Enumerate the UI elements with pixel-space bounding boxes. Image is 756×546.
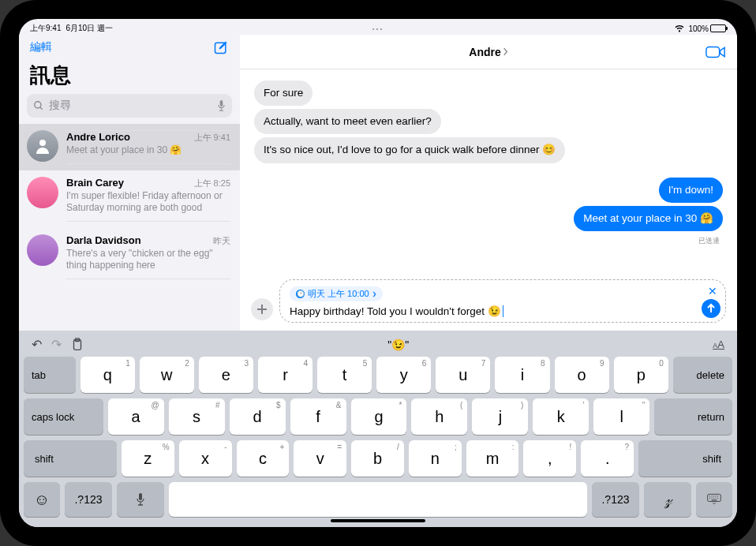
compose-input[interactable]: 🕐 明天 上午 10:00 ✕ Happy birthday! Told you… <box>279 279 726 323</box>
send-button[interactable] <box>702 299 720 318</box>
sidebar: 編輯 訊息 搜尋 <box>19 35 240 331</box>
key-x[interactable]: x- <box>179 440 232 477</box>
key-j[interactable]: j) <box>472 398 528 435</box>
svg-rect-7 <box>139 493 142 500</box>
screen: 上午9:41 6月10日 週一 ••• 100% 編輯 <box>19 19 737 527</box>
key-delete[interactable]: delete <box>673 357 732 393</box>
key-shift[interactable]: shift <box>638 440 732 477</box>
conversation-preview: Meet at your place in 30 🤗 <box>66 144 230 157</box>
cancel-schedule-button[interactable]: ✕ <box>708 285 717 297</box>
clock-icon: 🕐 <box>296 290 305 298</box>
keyboard-prediction[interactable]: "😉" <box>93 338 703 351</box>
wifi-icon <box>674 24 685 32</box>
keyboard: ↶ ↷ "😉" AA tab q1w2e3r4t5y6u7i8o9p0delet… <box>19 331 737 527</box>
message-bubble-received[interactable]: It's so nice out, I'd love to go for a q… <box>254 137 565 163</box>
key-p[interactable]: p0 <box>614 357 668 393</box>
schedule-pill[interactable]: 🕐 明天 上午 10:00 <box>290 286 383 301</box>
conversation-name: Andre Lorico <box>66 131 130 143</box>
text-format-button[interactable]: AA <box>713 338 724 350</box>
redo-button[interactable]: ↷ <box>51 337 62 352</box>
key-space[interactable] <box>169 482 587 517</box>
message-bubble-received[interactable]: Actually, want to meet even earlier? <box>254 109 441 134</box>
key-s[interactable]: s# <box>169 398 225 435</box>
clipboard-button[interactable] <box>71 338 84 352</box>
key-numbers[interactable]: .?123 <box>592 482 639 517</box>
dictate-icon[interactable] <box>217 99 226 112</box>
avatar <box>27 234 58 266</box>
key-.[interactable]: .? <box>581 440 634 477</box>
key-k[interactable]: k' <box>533 398 589 435</box>
key-emoji[interactable]: ☺ <box>24 482 60 517</box>
key-n[interactable]: n; <box>409 440 462 477</box>
ipad-frame: 上午9:41 6月10日 週一 ••• 100% 編輯 <box>0 0 756 546</box>
attach-button[interactable] <box>251 298 273 320</box>
multitask-dots[interactable]: ••• <box>372 25 384 32</box>
conversation-time: 昨天 <box>213 235 230 247</box>
key-q[interactable]: q1 <box>80 357 135 393</box>
battery-percent: 100% <box>688 24 709 33</box>
conversation-item[interactable]: Darla Davidson 昨天 There's a very "chicke… <box>19 228 240 286</box>
conversation-time: 上午 9:41 <box>194 132 230 144</box>
key-w[interactable]: w2 <box>140 357 194 393</box>
avatar <box>27 177 58 208</box>
status-date: 6月10日 週一 <box>65 23 112 34</box>
message-list[interactable]: For sure Actually, want to meet even ear… <box>240 69 737 275</box>
conversation-list: Andre Lorico 上午 9:41 Meet at your place … <box>19 124 240 331</box>
home-indicator[interactable] <box>331 519 425 522</box>
status-time: 上午9:41 <box>30 23 61 34</box>
key-,[interactable]: ,! <box>523 440 576 477</box>
key-dismiss-keyboard[interactable] <box>696 482 732 517</box>
edit-button[interactable]: 編輯 <box>30 40 52 54</box>
key-d[interactable]: d$ <box>230 398 286 435</box>
key-f[interactable]: f& <box>290 398 346 435</box>
status-bar: 上午9:41 6月10日 週一 ••• 100% <box>19 19 737 35</box>
key-numbers[interactable]: .?123 <box>65 482 112 517</box>
chat-area: Andre For sure Actually, want to meet ev… <box>240 35 737 331</box>
compose-area: 🕐 明天 上午 10:00 ✕ Happy birthday! Told you… <box>240 275 737 331</box>
conversation-time: 上午 8:25 <box>194 178 230 189</box>
undo-button[interactable]: ↶ <box>32 337 42 352</box>
conversation-name: Brain Carey <box>66 177 124 189</box>
key-e[interactable]: e3 <box>199 357 253 393</box>
chevron-right-icon <box>372 291 376 297</box>
key-z[interactable]: z% <box>122 440 174 477</box>
avatar <box>27 130 58 162</box>
chat-contact-button[interactable]: Andre <box>469 46 507 58</box>
battery-icon <box>710 24 726 32</box>
key-h[interactable]: h( <box>411 398 467 435</box>
key-m[interactable]: m: <box>466 440 519 477</box>
message-bubble-received[interactable]: For sure <box>254 80 313 106</box>
conversation-item[interactable]: Andre Lorico 上午 9:41 Meet at your place … <box>19 124 240 170</box>
key-g[interactable]: g* <box>351 398 407 435</box>
conversation-item[interactable]: Brain Carey 上午 8:25 I'm super flexible! … <box>19 170 240 228</box>
key-shift[interactable]: shift <box>24 440 117 477</box>
conversation-preview: There's a very "chicken or the egg" thin… <box>66 248 230 272</box>
key-v[interactable]: v= <box>294 440 346 477</box>
conversation-preview: I'm super flexible! Friday afternoon or … <box>66 190 230 215</box>
key-c[interactable]: c+ <box>237 440 290 477</box>
key-y[interactable]: y6 <box>376 357 431 393</box>
svg-point-3 <box>39 140 46 146</box>
key-i[interactable]: i8 <box>495 357 549 393</box>
conversation-name: Darla Davidson <box>66 234 141 246</box>
delivered-status: 已送達 <box>698 236 720 246</box>
schedule-time-label: 明天 上午 10:00 <box>308 288 369 300</box>
key-tab[interactable]: tab <box>24 357 76 393</box>
key-o[interactable]: o9 <box>555 357 609 393</box>
message-bubble-sent[interactable]: Meet at your place in 30 🤗 <box>574 206 723 231</box>
key-handwriting[interactable]: 𝓏 <box>644 482 691 517</box>
key-r[interactable]: r4 <box>258 357 313 393</box>
compose-text-value: Happy birthday! Told you I wouldn't forg… <box>290 305 501 317</box>
key-u[interactable]: u7 <box>436 357 490 393</box>
facetime-button[interactable] <box>705 45 726 59</box>
search-input[interactable]: 搜尋 <box>27 94 232 118</box>
key-a[interactable]: a@ <box>108 398 164 435</box>
key-return[interactable]: return <box>654 398 732 435</box>
key-b[interactable]: b/ <box>351 440 404 477</box>
compose-button[interactable] <box>213 39 229 55</box>
key-t[interactable]: t5 <box>317 357 372 393</box>
key-dictate[interactable] <box>117 482 164 517</box>
key-capslock[interactable]: caps lock <box>24 398 103 435</box>
key-l[interactable]: l" <box>593 398 649 435</box>
message-bubble-sent[interactable]: I'm down! <box>659 178 723 203</box>
